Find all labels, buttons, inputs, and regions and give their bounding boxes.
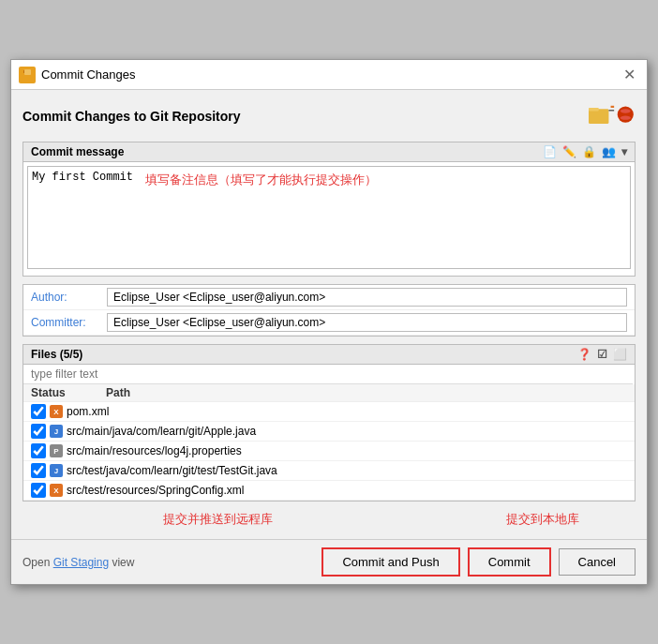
title-bar: Commit Changes ✕ [11,60,647,90]
header-icons [589,99,636,132]
file-path: src/test/java/com/learn/git/test/TestGit… [67,464,627,477]
open-staging-suffix: view [109,556,134,569]
files-icon1[interactable]: ❓ [577,348,591,361]
files-list: Xpom.xmlJsrc/main/java/com/learn/git/App… [23,402,635,501]
commit-icon5[interactable]: ▾ [621,145,627,158]
commit-icon3[interactable]: 🔒 [582,145,596,158]
svg-rect-5 [611,106,615,108]
svg-rect-1 [24,69,31,75]
files-section: Files (5/5) ❓ ☑ ⬜ Status Path Xpom.xmlJs… [22,344,636,502]
open-staging-prefix: Open [22,556,53,569]
commit-button[interactable]: Commit [468,547,551,577]
col-status-header: Status [31,386,106,399]
file-path: src/main/resources/log4j.properties [67,444,627,457]
commit-icon2[interactable]: ✏️ [562,145,576,158]
file-checkbox[interactable] [31,404,46,419]
table-row: Jsrc/test/java/com/learn/git/test/TestGi… [23,461,635,481]
annotation-commit: 提交到本地库 [506,511,579,528]
files-icon2[interactable]: ☑ [597,348,607,361]
file-checkbox[interactable] [31,424,46,439]
file-path: pom.xml [67,405,627,418]
commit-message-section: Commit message 📄 ✏️ 🔒 👥 ▾ 填写备注信息（填写了才能执行… [22,142,636,277]
committer-label: Committer: [31,316,101,329]
file-checkbox[interactable] [31,483,46,498]
file-type-icon: J [50,425,63,438]
file-path: src/test/resources/SpringConfig.xml [67,484,627,497]
author-committer-section: Author: Committer: [22,284,636,337]
file-filter-input[interactable] [23,365,633,384]
folder-db-icon [589,99,636,132]
commit-and-push-button[interactable]: Commit and Push [322,547,459,577]
annotations-row: 提交并推送到远程库 提交到本地库 [22,509,636,530]
dialog-title: Commit Changes [41,67,614,82]
table-row: Xpom.xml [23,402,635,422]
bottom-bar: Open Git Staging view Commit and Push Co… [11,539,647,584]
file-type-icon: P [50,444,63,457]
close-button[interactable]: ✕ [620,66,639,83]
svg-rect-4 [589,108,599,112]
committer-input[interactable] [107,313,627,332]
commit-icon1[interactable]: 📄 [543,145,557,158]
svg-rect-3 [589,109,608,124]
files-icon3[interactable]: ⬜ [613,348,627,361]
dialog-header-title: Commit Changes to Git Repository [22,109,241,124]
files-table-header: Status Path [23,384,635,402]
dialog-header: Commit Changes to Git Repository [22,99,636,132]
files-header-icons: ❓ ☑ ⬜ [577,348,627,361]
commit-message-input[interactable] [27,166,631,269]
annotation-push: 提交并推送到远程库 [163,511,273,528]
cancel-button[interactable]: Cancel [559,548,636,576]
file-checkbox[interactable] [31,463,46,478]
commit-message-header: Commit message 📄 ✏️ 🔒 👥 ▾ [23,142,635,162]
file-type-icon: X [50,484,63,497]
svg-rect-2 [23,70,24,73]
dialog-icon [19,67,36,83]
col-path-header: Path [106,386,627,399]
author-label: Author: [31,291,101,304]
svg-point-11 [621,116,631,120]
file-path: src/main/java/com/learn/git/Apple.java [67,425,627,438]
file-checkbox[interactable] [31,443,46,458]
author-row: Author: [23,285,635,310]
files-label: Files (5/5) [31,348,82,361]
file-type-icon: X [50,405,63,418]
commit-message-icons: 📄 ✏️ 🔒 👥 ▾ [543,145,627,158]
commit-icon4[interactable]: 👥 [602,145,616,158]
commit-message-area: 填写备注信息（填写了才能执行提交操作） [23,162,635,276]
git-staging-link[interactable]: Git Staging [53,556,109,569]
author-input[interactable] [107,288,627,307]
svg-point-8 [621,109,631,112]
table-row: Xsrc/test/resources/SpringConfig.xml [23,481,635,501]
commit-message-label: Commit message [31,145,124,158]
table-row: Jsrc/main/java/com/learn/git/Apple.java [23,422,635,442]
commit-dialog: Commit Changes ✕ Commit Changes to Git R… [10,59,648,585]
table-row: Psrc/main/resources/log4j.properties [23,442,635,461]
files-header: Files (5/5) ❓ ☑ ⬜ [23,345,635,365]
file-type-icon: J [50,464,63,477]
committer-row: Committer: [23,310,635,336]
open-staging-area: Open Git Staging view [22,556,314,569]
